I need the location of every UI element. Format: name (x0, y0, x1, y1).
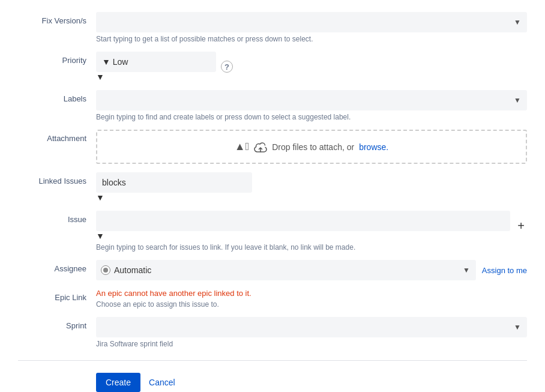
epic-link-row: Epic Link An epic cannot have another ep… (18, 289, 527, 309)
attachment-drop-text: Drop files to attach, or (272, 142, 354, 152)
priority-label: Priority (18, 52, 96, 65)
epic-link-hint: Choose an epic to assign this issue to. (96, 300, 527, 309)
labels-select[interactable] (96, 90, 527, 110)
create-button[interactable]: Create (96, 373, 140, 392)
labels-row: Labels ▼ Begin typing to find and create… (18, 90, 527, 121)
footer-divider (18, 360, 527, 361)
attachment-browse-link[interactable]: browse. (359, 142, 388, 152)
upload-cloud-icon (254, 142, 267, 152)
fix-version-select-wrapper: ▼ (96, 12, 527, 32)
fix-version-select[interactable] (96, 12, 527, 32)
issue-control: ▼ + Begin typing to search for issues to… (96, 211, 527, 252)
labels-label: Labels (18, 90, 96, 103)
linked-issues-chevron-icon: ▼ (96, 193, 104, 202)
assignee-row: Assignee Automatic ▼ Assign to me (18, 260, 527, 280)
sprint-row: Sprint ▼ Jira Software sprint field (18, 317, 527, 348)
assignee-select[interactable]: Automatic (96, 260, 476, 280)
sprint-label: Sprint (18, 317, 96, 330)
footer: Create Cancel (18, 373, 527, 392)
issue-select-wrapper: ▼ (96, 211, 510, 241)
attachment-control: ▲⃞ Drop files to attach, or browse. (96, 130, 527, 164)
labels-select-wrapper: ▼ (96, 90, 527, 110)
add-issue-button[interactable]: + (515, 220, 527, 232)
sprint-control: ▼ Jira Software sprint field (96, 317, 527, 348)
upload-icon: ▲⃞ (235, 140, 249, 153)
priority-help-icon[interactable]: ? (221, 61, 233, 73)
linked-issues-select[interactable]: blocks is blocked by clones is cloned by… (96, 172, 252, 193)
fix-version-label: Fix Version/s (18, 12, 96, 25)
attachment-row: Attachment ▲⃞ Drop files to attach, or b… (18, 130, 527, 164)
issue-label: Issue (18, 211, 96, 224)
priority-control: ▼ Low Medium High Critical ▼ ? (96, 52, 527, 82)
issue-hint: Begin typing to search for issues to lin… (96, 243, 527, 252)
issue-input-row: ▼ + (96, 211, 527, 241)
priority-select-wrapper: ▼ Low Medium High Critical ▼ (96, 52, 216, 82)
labels-control: ▼ Begin typing to find and create labels… (96, 90, 527, 121)
sprint-select[interactable] (96, 317, 527, 337)
attachment-label: Attachment (18, 130, 96, 143)
priority-row: Priority ▼ Low Medium High Critical ▼ ? (18, 52, 527, 82)
linked-issues-control: blocks is blocked by clones is cloned by… (96, 172, 527, 202)
assign-to-me-link[interactable]: Assign to me (482, 266, 527, 275)
linked-issues-select-wrapper: blocks is blocked by clones is cloned by… (96, 172, 252, 202)
assignee-select-wrapper: Automatic ▼ (96, 260, 476, 280)
linked-issues-row: Linked Issues blocks is blocked by clone… (18, 172, 527, 202)
epic-link-control: An epic cannot have another epic linked … (96, 289, 527, 309)
assignee-input-row: Automatic ▼ Assign to me (96, 260, 527, 280)
automatic-avatar-icon (101, 265, 110, 275)
issue-chevron-icon: ▼ (96, 231, 104, 241)
labels-hint: Begin typing to find and create labels o… (96, 113, 527, 121)
priority-chevron-icon: ▼ (96, 72, 104, 82)
attachment-dropzone[interactable]: ▲⃞ Drop files to attach, or browse. (96, 130, 527, 164)
attachment-content: ▲⃞ Drop files to attach, or browse. (107, 140, 516, 153)
issue-select[interactable] (96, 211, 510, 231)
epic-link-error: An epic cannot have another epic linked … (96, 289, 527, 298)
assignee-label: Assignee (18, 260, 96, 273)
fix-version-control: ▼ Start typing to get a list of possible… (96, 12, 527, 43)
linked-issues-label: Linked Issues (18, 172, 96, 185)
sprint-hint: Jira Software sprint field (96, 340, 527, 348)
priority-select[interactable]: ▼ Low Medium High Critical (96, 52, 216, 72)
fix-version-hint: Start typing to get a list of possible m… (96, 35, 527, 43)
fix-version-row: Fix Version/s ▼ Start typing to get a li… (18, 12, 527, 43)
priority-row-inner: ▼ Low Medium High Critical ▼ ? (96, 52, 527, 82)
cancel-button[interactable]: Cancel (146, 373, 178, 392)
epic-link-label: Epic Link (18, 289, 96, 302)
sprint-select-wrapper: ▼ (96, 317, 527, 337)
issue-row: Issue ▼ + Begin typing to search for iss… (18, 211, 527, 252)
assignee-control: Automatic ▼ Assign to me (96, 260, 527, 280)
